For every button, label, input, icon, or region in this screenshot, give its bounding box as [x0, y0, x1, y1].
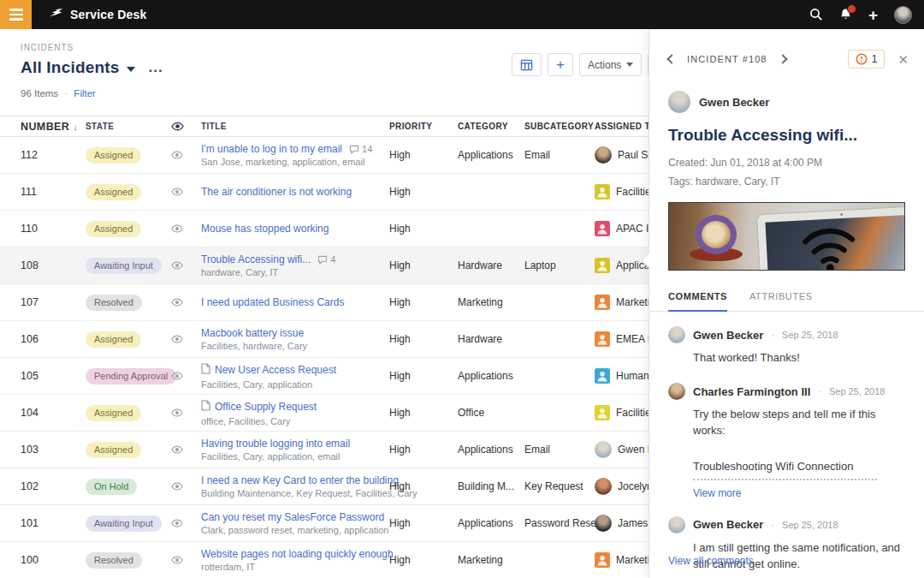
comment-count: 4 — [317, 254, 335, 265]
incident-title-link[interactable]: The air conditioner is not working — [201, 186, 352, 198]
prev-incident-icon[interactable] — [666, 54, 676, 63]
commenter-name: Gwen Becker — [693, 518, 763, 531]
incident-title-link[interactable]: Website pages not loading quickly enough — [201, 548, 394, 560]
grid-view-button[interactable] — [512, 53, 542, 76]
bell-icon[interactable] — [839, 8, 852, 21]
watch-eye-icon[interactable] — [171, 372, 201, 380]
comment-date: Sep 25, 2018 — [829, 386, 885, 396]
priority-cell: High — [389, 259, 458, 271]
col-title[interactable]: TITLE — [201, 122, 389, 131]
incident-number: 107 — [0, 296, 86, 308]
priority-cell: High — [389, 333, 458, 345]
category-cell: Hardware — [458, 259, 524, 271]
col-number[interactable]: NUMBER↓ — [0, 121, 86, 133]
col-priority[interactable]: PRIORITY — [389, 122, 458, 131]
incident-row-tags: Facilities, Cary, application — [201, 379, 389, 390]
incident-row-tags: hardware, Cary, IT — [201, 267, 389, 277]
close-icon[interactable]: ✕ — [897, 53, 909, 66]
category-cell: Marketing — [458, 554, 524, 566]
team-avatar — [595, 552, 610, 568]
incident-row-tags: Facilities, Cary, application, email — [201, 451, 389, 462]
assignee-avatar — [595, 515, 612, 532]
incident-row-tags: rotterdam, IT — [201, 562, 389, 572]
watch-eye-icon[interactable] — [171, 556, 201, 564]
incident-created: Created: Jun 01, 2018 at 4:00 PM — [668, 154, 905, 173]
add-incident-button[interactable]: + — [548, 53, 573, 76]
status-badge: On Hold — [86, 479, 137, 495]
category-cell: Applications — [458, 370, 524, 382]
actions-button[interactable]: Actions — [579, 53, 642, 76]
team-avatar — [595, 331, 610, 347]
incident-title-link[interactable]: I need updated Business Cards — [201, 296, 344, 308]
status-badge: Pending Approval — [86, 368, 176, 384]
incident-number: 111 — [0, 186, 86, 198]
incident-title-link[interactable]: Trouble Accessing wifi... — [201, 253, 311, 265]
notification-badge — [847, 4, 856, 14]
watch-eye-icon[interactable] — [171, 151, 201, 159]
status-badge: Resolved — [86, 295, 142, 311]
chevron-down-icon — [626, 63, 633, 67]
comment-body: Try the below steps and tell me if this … — [693, 407, 905, 439]
incident-title-link[interactable]: Office Supply Request — [215, 401, 317, 413]
watch-eye-icon[interactable] — [171, 224, 201, 233]
view-all-comments-link[interactable]: View all comments — [668, 555, 754, 567]
comment-count: 14 — [349, 144, 372, 154]
incident-title-link[interactable]: I'm unable to log in to my email — [201, 143, 342, 155]
incident-row-tags: San Jose, marketing, application, email — [201, 157, 389, 167]
comment-date: Sep 25, 2018 — [782, 330, 838, 340]
attachment-image — [668, 202, 905, 271]
incident-title-link[interactable]: New User Access Request — [215, 364, 336, 376]
filter-link[interactable]: Filter — [74, 88, 96, 98]
watch-eye-icon[interactable] — [171, 482, 201, 491]
user-avatar[interactable] — [894, 6, 912, 24]
status-badge: Assigned — [86, 442, 141, 458]
view-title-dropdown[interactable]: All Incidents — [21, 58, 120, 77]
incident-title-link[interactable]: Having trouble logging into email — [201, 438, 350, 450]
col-state[interactable]: STATE — [86, 122, 171, 131]
incident-title-link[interactable]: I need a new Key Card to enter the build… — [201, 474, 399, 486]
comment-date: Sep 25, 2018 — [782, 520, 838, 530]
assignee-avatar — [595, 146, 612, 164]
col-subcategory[interactable]: SUBCATEGORY — [524, 122, 595, 131]
plus-icon[interactable]: + — [868, 7, 878, 23]
category-cell: Building M... — [458, 480, 524, 492]
tab-attributes[interactable]: ATTRIBUTES — [749, 291, 813, 311]
subcategory-cell: Key Request — [524, 480, 595, 492]
team-avatar — [595, 368, 610, 384]
watch-eye-icon[interactable] — [171, 335, 201, 343]
alert-icon — [856, 53, 868, 65]
tab-comments[interactable]: COMMENTS — [668, 291, 727, 312]
incident-title-link[interactable]: Mouse has stopped working — [201, 223, 329, 235]
chevron-down-icon[interactable] — [127, 67, 135, 72]
incident-number: 103 — [0, 444, 86, 456]
main-area: INCIDENTS All Incidents ... 96 Items · F… — [0, 29, 924, 578]
alert-count-button[interactable]: 1 — [848, 50, 886, 69]
next-incident-icon[interactable] — [778, 54, 787, 63]
watch-eye-icon[interactable] — [171, 408, 201, 417]
more-menu-icon[interactable]: ... — [149, 65, 163, 71]
search-icon[interactable] — [809, 8, 823, 21]
category-cell: Applications — [458, 149, 524, 161]
col-category[interactable]: CATEGORY — [458, 122, 524, 131]
subcategory-cell: Password Reset — [524, 517, 595, 529]
category-cell: Applications — [458, 444, 524, 456]
watch-eye-icon[interactable] — [171, 298, 201, 307]
plus-icon: + — [556, 57, 565, 72]
wifi-icon — [794, 217, 863, 271]
col-watchers-eye-icon[interactable] — [171, 122, 201, 131]
watch-eye-icon[interactable] — [171, 188, 201, 196]
app-brand: Service Desk — [49, 7, 147, 22]
watch-eye-icon[interactable] — [171, 445, 201, 454]
menu-icon[interactable] — [0, 0, 32, 29]
incident-number: 108 — [0, 259, 86, 271]
priority-cell: High — [389, 554, 458, 566]
watch-eye-icon[interactable] — [171, 261, 201, 270]
watch-eye-icon[interactable] — [171, 519, 201, 527]
incident-title-link[interactable]: Macbook battery issue — [201, 327, 304, 339]
requester-avatar — [668, 91, 690, 113]
commenter-avatar — [668, 516, 685, 533]
commenter-avatar — [668, 383, 685, 400]
logo-bird-icon — [49, 7, 63, 22]
incident-title-link[interactable]: Can you reset my SalesForce Password — [201, 511, 384, 523]
view-more-link[interactable]: View more — [693, 487, 741, 499]
